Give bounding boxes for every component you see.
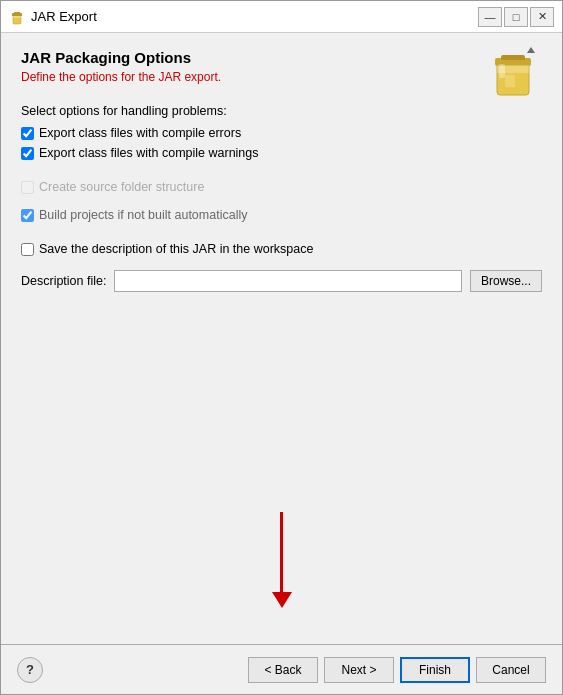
jar-large-icon: [487, 45, 542, 100]
compile-warnings-label: Export class files with compile warnings: [39, 146, 259, 160]
save-description-checkbox[interactable]: [21, 243, 34, 256]
jar-title-icon: [9, 9, 25, 25]
header-section: JAR Packaging Options Define the options…: [21, 49, 542, 104]
button-bar: ? < Back Next > Finish Cancel: [1, 644, 562, 694]
svg-rect-6: [501, 55, 525, 60]
svg-rect-2: [14, 12, 20, 14]
build-projects-row: Build projects if not built automaticall…: [21, 208, 542, 222]
build-projects-label: Build projects if not built automaticall…: [39, 208, 247, 222]
description-row: Description file: Browse...: [21, 270, 542, 292]
description-file-input[interactable]: [114, 270, 462, 292]
browse-button[interactable]: Browse...: [470, 270, 542, 292]
compile-warnings-row: Export class files with compile warnings: [21, 146, 542, 160]
page-title: JAR Packaging Options: [21, 49, 542, 66]
source-folder-row: Create source folder structure: [21, 180, 542, 194]
title-bar-controls: — □ ✕: [478, 7, 554, 27]
close-button[interactable]: ✕: [530, 7, 554, 27]
build-projects-checkbox[interactable]: [21, 209, 34, 222]
red-arrow: [272, 512, 292, 608]
compile-warnings-checkbox[interactable]: [21, 147, 34, 160]
problems-section-label: Select options for handling problems:: [21, 104, 542, 118]
compile-errors-label: Export class files with compile errors: [39, 126, 241, 140]
description-file-label: Description file:: [21, 274, 106, 288]
svg-rect-3: [13, 16, 21, 18]
save-description-label: Save the description of this JAR in the …: [39, 242, 313, 256]
next-button[interactable]: Next >: [324, 657, 394, 683]
save-description-row: Save the description of this JAR in the …: [21, 242, 542, 256]
back-button[interactable]: < Back: [248, 657, 318, 683]
arrow-area: [21, 292, 542, 628]
page-subtitle: Define the options for the JAR export.: [21, 70, 542, 84]
arrow-head: [272, 592, 292, 608]
maximize-button[interactable]: □: [504, 7, 528, 27]
compile-errors-checkbox[interactable]: [21, 127, 34, 140]
svg-rect-8: [505, 75, 515, 87]
content-area: JAR Packaging Options Define the options…: [1, 33, 562, 644]
compile-errors-row: Export class files with compile errors: [21, 126, 542, 140]
navigation-buttons: < Back Next > Finish Cancel: [248, 657, 546, 683]
title-bar: JAR Export — □ ✕: [1, 1, 562, 33]
source-folder-label: Create source folder structure: [39, 180, 204, 194]
finish-button[interactable]: Finish: [400, 657, 470, 683]
svg-marker-10: [527, 47, 535, 53]
svg-rect-9: [499, 64, 505, 78]
cancel-button[interactable]: Cancel: [476, 657, 546, 683]
jar-export-window: JAR Export — □ ✕: [0, 0, 563, 695]
minimize-button[interactable]: —: [478, 7, 502, 27]
window-title: JAR Export: [31, 9, 97, 24]
help-button[interactable]: ?: [17, 657, 43, 683]
source-folder-checkbox[interactable]: [21, 181, 34, 194]
arrow-line: [280, 512, 283, 592]
title-bar-left: JAR Export: [9, 9, 97, 25]
